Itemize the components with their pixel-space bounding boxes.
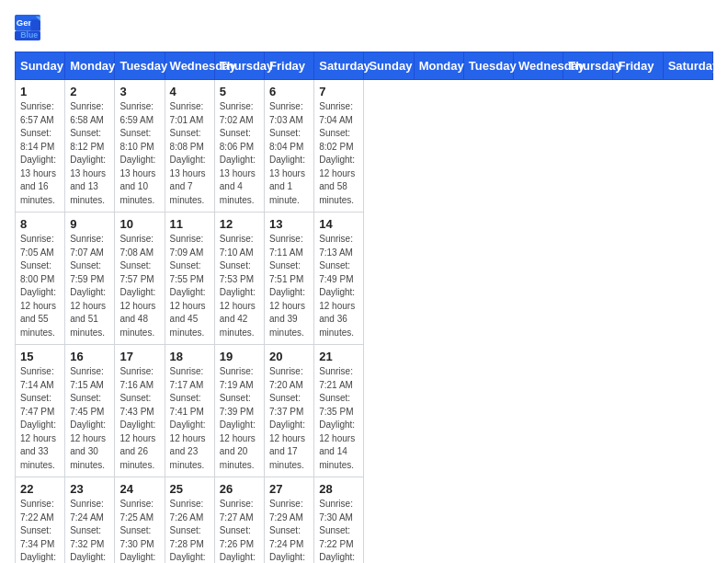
calendar-cell: 18Sunrise: 7:17 AM Sunset: 7:41 PM Dayli… — [165, 345, 214, 477]
day-number: 12 — [220, 217, 259, 231]
column-header-wednesday: Wednesday — [514, 52, 563, 80]
calendar-cell: 17Sunrise: 7:16 AM Sunset: 7:43 PM Dayli… — [115, 345, 165, 477]
calendar-cell: 25Sunrise: 7:26 AM Sunset: 7:28 PM Dayli… — [165, 477, 214, 564]
day-number: 14 — [319, 217, 358, 231]
column-header-saturday: Saturday — [314, 52, 364, 80]
calendar-cell: 19Sunrise: 7:19 AM Sunset: 7:39 PM Dayli… — [214, 345, 264, 477]
calendar-cell: 1Sunrise: 6:57 AM Sunset: 8:14 PM Daylig… — [16, 80, 65, 213]
day-number: 28 — [319, 482, 358, 496]
calendar-week-row: 1Sunrise: 6:57 AM Sunset: 8:14 PM Daylig… — [16, 80, 713, 213]
day-info: Sunrise: 7:04 AM Sunset: 8:02 PM Dayligh… — [319, 100, 358, 207]
column-header-friday: Friday — [265, 52, 314, 80]
day-info: Sunrise: 7:14 AM Sunset: 7:47 PM Dayligh… — [20, 365, 60, 472]
page-header: General Blue — [15, 15, 713, 40]
day-number: 16 — [70, 350, 109, 363]
day-info: Sunrise: 6:58 AM Sunset: 8:12 PM Dayligh… — [70, 100, 109, 207]
day-info: Sunrise: 7:22 AM Sunset: 7:34 PM Dayligh… — [20, 498, 60, 563]
calendar-cell: 28Sunrise: 7:30 AM Sunset: 7:22 PM Dayli… — [314, 477, 364, 564]
calendar-cell: 14Sunrise: 7:13 AM Sunset: 7:49 PM Dayli… — [314, 213, 364, 345]
calendar-week-row: 8Sunrise: 7:05 AM Sunset: 8:00 PM Daylig… — [16, 213, 713, 345]
day-number: 9 — [70, 217, 109, 231]
day-info: Sunrise: 7:05 AM Sunset: 8:00 PM Dayligh… — [20, 233, 60, 339]
day-number: 17 — [119, 350, 159, 363]
day-number: 13 — [269, 217, 309, 231]
day-info: Sunrise: 7:13 AM Sunset: 7:49 PM Dayligh… — [319, 233, 358, 339]
calendar-cell: 3Sunrise: 6:59 AM Sunset: 8:10 PM Daylig… — [115, 80, 165, 213]
column-header-saturday: Saturday — [663, 52, 712, 80]
calendar-cell: 2Sunrise: 6:58 AM Sunset: 8:12 PM Daylig… — [65, 80, 115, 213]
calendar-cell: 15Sunrise: 7:14 AM Sunset: 7:47 PM Dayli… — [16, 345, 65, 477]
column-header-wednesday: Wednesday — [165, 52, 214, 80]
day-info: Sunrise: 6:59 AM Sunset: 8:10 PM Dayligh… — [119, 100, 159, 207]
svg-marker-2 — [31, 19, 41, 30]
column-header-sunday: Sunday — [16, 52, 65, 80]
calendar-cell: 9Sunrise: 7:07 AM Sunset: 7:59 PM Daylig… — [65, 213, 115, 345]
day-info: Sunrise: 7:26 AM Sunset: 7:28 PM Dayligh… — [170, 498, 210, 563]
day-number: 2 — [70, 85, 109, 98]
day-number: 5 — [220, 85, 259, 98]
day-info: Sunrise: 7:03 AM Sunset: 8:04 PM Dayligh… — [269, 100, 309, 207]
day-number: 7 — [319, 85, 358, 98]
calendar-cell: 23Sunrise: 7:24 AM Sunset: 7:32 PM Dayli… — [65, 477, 115, 564]
column-header-monday: Monday — [65, 52, 115, 80]
column-header-tuesday: Tuesday — [115, 52, 165, 80]
calendar-week-row: 22Sunrise: 7:22 AM Sunset: 7:34 PM Dayli… — [16, 477, 713, 564]
day-info: Sunrise: 7:01 AM Sunset: 8:08 PM Dayligh… — [170, 100, 210, 207]
day-number: 27 — [269, 482, 309, 496]
calendar-table: SundayMondayTuesdayWednesdayThursdayFrid… — [15, 52, 713, 563]
calendar-cell: 12Sunrise: 7:10 AM Sunset: 7:53 PM Dayli… — [214, 213, 264, 345]
day-info: Sunrise: 7:19 AM Sunset: 7:39 PM Dayligh… — [220, 365, 259, 472]
day-info: Sunrise: 7:10 AM Sunset: 7:53 PM Dayligh… — [220, 233, 259, 339]
logo: General Blue — [15, 15, 40, 40]
day-number: 22 — [20, 482, 60, 496]
calendar-cell: 20Sunrise: 7:20 AM Sunset: 7:37 PM Dayli… — [265, 345, 314, 477]
day-number: 24 — [119, 482, 159, 496]
day-info: Sunrise: 7:08 AM Sunset: 7:57 PM Dayligh… — [119, 233, 159, 339]
day-number: 8 — [20, 217, 60, 231]
calendar-week-row: 15Sunrise: 7:14 AM Sunset: 7:47 PM Dayli… — [16, 345, 713, 477]
calendar-cell: 10Sunrise: 7:08 AM Sunset: 7:57 PM Dayli… — [115, 213, 165, 345]
day-number: 15 — [20, 350, 60, 363]
day-info: Sunrise: 7:25 AM Sunset: 7:30 PM Dayligh… — [119, 498, 159, 563]
day-info: Sunrise: 6:57 AM Sunset: 8:14 PM Dayligh… — [20, 100, 60, 207]
column-header-tuesday: Tuesday — [463, 52, 513, 80]
calendar-cell: 5Sunrise: 7:02 AM Sunset: 8:06 PM Daylig… — [214, 80, 264, 213]
day-info: Sunrise: 7:21 AM Sunset: 7:35 PM Dayligh… — [319, 365, 358, 472]
day-info: Sunrise: 7:17 AM Sunset: 7:41 PM Dayligh… — [170, 365, 210, 472]
column-header-monday: Monday — [414, 52, 463, 80]
day-number: 3 — [119, 85, 159, 98]
day-info: Sunrise: 7:30 AM Sunset: 7:22 PM Dayligh… — [319, 498, 358, 563]
calendar-cell: 13Sunrise: 7:11 AM Sunset: 7:51 PM Dayli… — [265, 213, 314, 345]
day-number: 6 — [269, 85, 309, 98]
day-number: 25 — [170, 482, 210, 496]
calendar-cell: 8Sunrise: 7:05 AM Sunset: 8:00 PM Daylig… — [16, 213, 65, 345]
day-info: Sunrise: 7:11 AM Sunset: 7:51 PM Dayligh… — [269, 233, 309, 339]
calendar-cell: 11Sunrise: 7:09 AM Sunset: 7:55 PM Dayli… — [165, 213, 214, 345]
calendar-cell: 26Sunrise: 7:27 AM Sunset: 7:26 PM Dayli… — [214, 477, 264, 564]
day-info: Sunrise: 7:15 AM Sunset: 7:45 PM Dayligh… — [70, 365, 109, 472]
calendar-header-row: SundayMondayTuesdayWednesdayThursdayFrid… — [16, 52, 713, 80]
day-number: 21 — [319, 350, 358, 363]
calendar-cell: 4Sunrise: 7:01 AM Sunset: 8:08 PM Daylig… — [165, 80, 214, 213]
day-number: 20 — [269, 350, 309, 363]
day-info: Sunrise: 7:02 AM Sunset: 8:06 PM Dayligh… — [220, 100, 259, 207]
column-header-friday: Friday — [613, 52, 663, 80]
day-number: 4 — [170, 85, 210, 98]
calendar-cell: 7Sunrise: 7:04 AM Sunset: 8:02 PM Daylig… — [314, 80, 364, 213]
column-header-thursday: Thursday — [214, 52, 264, 80]
day-info: Sunrise: 7:29 AM Sunset: 7:24 PM Dayligh… — [269, 498, 309, 563]
calendar-cell: 21Sunrise: 7:21 AM Sunset: 7:35 PM Dayli… — [314, 345, 364, 477]
day-number: 26 — [220, 482, 259, 496]
day-info: Sunrise: 7:09 AM Sunset: 7:55 PM Dayligh… — [170, 233, 210, 339]
day-info: Sunrise: 7:16 AM Sunset: 7:43 PM Dayligh… — [119, 365, 159, 472]
column-header-sunday: Sunday — [364, 52, 414, 80]
day-number: 18 — [170, 350, 210, 363]
calendar-cell: 6Sunrise: 7:03 AM Sunset: 8:04 PM Daylig… — [265, 80, 314, 213]
calendar-cell: 24Sunrise: 7:25 AM Sunset: 7:30 PM Dayli… — [115, 477, 165, 564]
logo-icon: General Blue — [15, 15, 40, 40]
day-info: Sunrise: 7:27 AM Sunset: 7:26 PM Dayligh… — [220, 498, 259, 563]
calendar-cell: 22Sunrise: 7:22 AM Sunset: 7:34 PM Dayli… — [16, 477, 65, 564]
column-header-thursday: Thursday — [563, 52, 613, 80]
calendar-cell: 16Sunrise: 7:15 AM Sunset: 7:45 PM Dayli… — [65, 345, 115, 477]
day-info: Sunrise: 7:24 AM Sunset: 7:32 PM Dayligh… — [70, 498, 109, 563]
